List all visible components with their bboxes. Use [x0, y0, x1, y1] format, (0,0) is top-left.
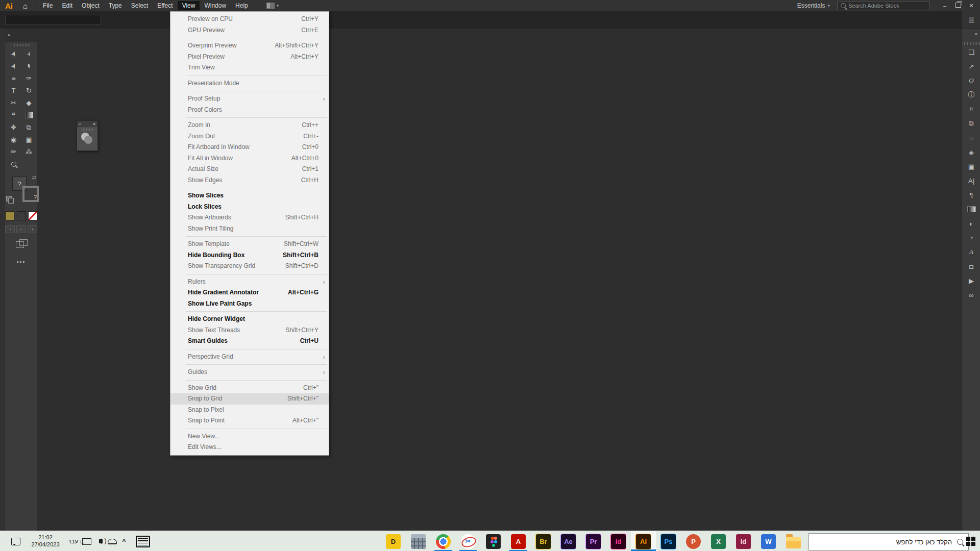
floating-panel-grip[interactable] — [82, 129, 93, 131]
menu-item-show-transparency-grid[interactable]: Show Transparency GridShift+Ctrl+D — [170, 261, 329, 272]
artboard-tool[interactable]: ▣ — [22, 135, 36, 144]
menu-item-preview-on-cpu[interactable]: Preview on CPUCtrl+Y — [170, 14, 329, 25]
expand-panel-icon[interactable]: ›› — [79, 122, 81, 127]
taskbar-app-acrobat[interactable]: A — [506, 531, 531, 551]
libraries-panel-icon[interactable]: ▣ — [966, 162, 976, 170]
menu-item-trim-view[interactable]: Trim View — [170, 62, 329, 73]
menubar-item-help[interactable]: Help — [231, 1, 253, 10]
document-info-panel-icon[interactable]: ⓘ — [966, 91, 976, 99]
color-panel-icon[interactable]: ◐ — [966, 219, 976, 228]
gradient-fan-panel-icon[interactable]: ◔ — [966, 234, 976, 242]
taskbar-search-input[interactable]: הקלד כאן כדי לחפש — [808, 533, 969, 550]
panel-menu-button[interactable]: ☰ — [962, 11, 980, 29]
direct-selection-tool[interactable]: ➢ — [22, 49, 36, 58]
menu-item-gpu-preview[interactable]: GPU PreviewCtrl+E — [170, 25, 329, 36]
windows-start-button[interactable] — [962, 531, 980, 551]
workspace-selector[interactable]: Essentials ▾ — [797, 2, 830, 9]
shape-builder-tool[interactable]: ⧉ — [22, 123, 36, 132]
taskbar-app-indesign[interactable]: Id — [606, 531, 631, 551]
stroke-panel-icon[interactable]: O — [966, 77, 976, 85]
menu-item-snap-to-pixel[interactable]: Snap to Pixel — [170, 405, 329, 416]
panel-collapse-button[interactable]: « — [962, 29, 980, 40]
workspace-switcher-button[interactable]: ▾ — [260, 3, 279, 9]
home-icon[interactable]: ⌂ — [18, 2, 33, 10]
menu-item-smart-guides[interactable]: Smart GuidesCtrl+U — [170, 336, 329, 347]
menubar-item-file[interactable]: File — [38, 1, 57, 10]
menu-item-hide-bounding-box[interactable]: Hide Bounding BoxShift+Ctrl+B — [170, 250, 329, 261]
menu-item-new-view[interactable]: New View... — [170, 431, 329, 442]
draw-normal-mode[interactable]: ◔ — [5, 225, 15, 233]
selection-tool[interactable]: ➤ — [7, 49, 20, 58]
menubar-item-view[interactable]: View — [178, 1, 200, 10]
action-center-icon[interactable] — [8, 531, 23, 551]
menu-item-show-grid[interactable]: Show GridCtrl+" — [170, 383, 329, 394]
pathfinder-panel-icon[interactable]: ⧉ — [966, 119, 976, 128]
taskbar-app-app-d[interactable]: D — [381, 531, 406, 551]
symbol-sprayer-tool[interactable]: ⁂ — [22, 147, 36, 156]
group-selection-tool[interactable]: ➤ — [7, 62, 20, 70]
edit-toolbar-button[interactable]: ••• — [5, 259, 37, 265]
menu-item-rulers[interactable]: Rulers› — [170, 277, 329, 288]
news-widget-icon[interactable] — [133, 531, 153, 551]
taskbar-app-after-effects[interactable]: Ae — [556, 531, 581, 551]
swatches-panel-icon[interactable]: ◘ — [966, 262, 976, 270]
glyphs-panel-icon[interactable]: A — [966, 248, 976, 256]
menu-item-show-print-tiling[interactable]: Show Print Tiling — [170, 223, 329, 235]
menu-item-fit-all-in-window[interactable]: Fit All in WindowAlt+Ctrl+0 — [170, 153, 329, 164]
none-color-swatch[interactable] — [28, 211, 37, 220]
menubar-item-window[interactable]: Window — [200, 1, 231, 10]
lasso-tool[interactable]: ❝ — [7, 111, 20, 119]
menubar-item-edit[interactable]: Edit — [57, 1, 77, 10]
taskbar-app-excel[interactable]: X — [706, 531, 731, 551]
sphere-tool-icon[interactable] — [81, 132, 94, 145]
menubar-item-object[interactable]: Object — [77, 1, 104, 10]
menu-item-perspective-grid[interactable]: Perspective Grid› — [170, 352, 329, 363]
menu-item-lock-slices[interactable]: Lock Slices — [170, 202, 329, 213]
toolbar-collapse-button[interactable]: « — [5, 29, 37, 42]
default-fill-stroke-icon[interactable] — [6, 196, 12, 202]
adobe-stock-search-input[interactable]: Search Adobe Stock — [837, 1, 930, 10]
menu-item-show-edges[interactable]: Show EdgesCtrl+H — [170, 175, 329, 186]
menu-item-show-artboards[interactable]: Show ArtboardsShift+Ctrl+H — [170, 212, 329, 223]
taskbar-app-word[interactable]: W — [756, 531, 781, 551]
swap-fill-stroke-icon[interactable]: ⇄ — [32, 174, 36, 180]
taskbar-app-chrome[interactable] — [431, 531, 456, 551]
right-dock-grip[interactable] — [963, 42, 980, 45]
scissors-tool[interactable]: ✂ — [7, 98, 20, 107]
toolbar-grip[interactable] — [13, 44, 30, 46]
menu-item-zoom-in[interactable]: Zoom InCtrl++ — [170, 120, 329, 131]
menu-item-overprint-preview[interactable]: Overprint PreviewAlt+Shift+Ctrl+Y — [170, 40, 329, 52]
floating-panel-header[interactable]: ›› ✕ — [77, 121, 97, 127]
export-panel-icon[interactable]: ↗ — [966, 62, 976, 70]
pen-tool[interactable]: ✒ — [22, 62, 36, 70]
menu-item-show-live-paint-gaps[interactable]: Show Live Paint Gaps — [170, 298, 329, 310]
taskbar-app-calculator[interactable] — [406, 531, 431, 551]
taskbar-app-indesign-red[interactable]: Id — [731, 531, 756, 551]
eraser-tool[interactable]: ◆ — [22, 98, 36, 107]
network-icon[interactable] — [80, 531, 94, 551]
taskbar-app-figma[interactable] — [481, 531, 506, 551]
taskbar-app-file-explorer[interactable] — [781, 531, 806, 551]
fill-color-swatch[interactable] — [5, 211, 14, 220]
menu-item-hide-gradient-annotator[interactable]: Hide Gradient AnnotatorAlt+Ctrl+G — [170, 287, 329, 298]
screen-mode-button[interactable] — [16, 239, 27, 247]
language-indicator[interactable]: עבר — [64, 531, 82, 551]
gradient-tool[interactable] — [22, 111, 36, 119]
menu-item-edit-views[interactable]: Edit Views... — [170, 442, 329, 453]
layers-panel-icon[interactable]: ❏ — [966, 48, 976, 56]
menu-item-show-text-threads[interactable]: Show Text ThreadsShift+Ctrl+Y — [170, 325, 329, 336]
draw-inside-mode[interactable]: ◑ — [28, 225, 37, 233]
menu-item-show-template[interactable]: Show TemplateShift+Ctrl+W — [170, 239, 329, 250]
taskbar-app-photoshop[interactable]: Ps — [656, 531, 681, 551]
stroke-swatch[interactable]: ? — [22, 186, 39, 202]
type-tool[interactable]: T — [7, 86, 20, 95]
menu-item-zoom-out[interactable]: Zoom OutCtrl+- — [170, 131, 329, 142]
menu-item-show-slices[interactable]: Show Slices — [170, 190, 329, 202]
menubar-item-effect[interactable]: Effect — [153, 1, 177, 10]
align-panel-icon[interactable]: ⌗ — [966, 105, 976, 113]
taskbar-app-bridge[interactable]: Br — [531, 531, 556, 551]
selection-panel-icon[interactable]: ◌ — [966, 134, 976, 142]
taskbar-app-illustrator[interactable]: Ai — [631, 531, 656, 551]
eyedropper-tool[interactable]: ✏ — [7, 147, 20, 156]
paragraph-panel-icon[interactable]: ¶ — [966, 191, 976, 199]
